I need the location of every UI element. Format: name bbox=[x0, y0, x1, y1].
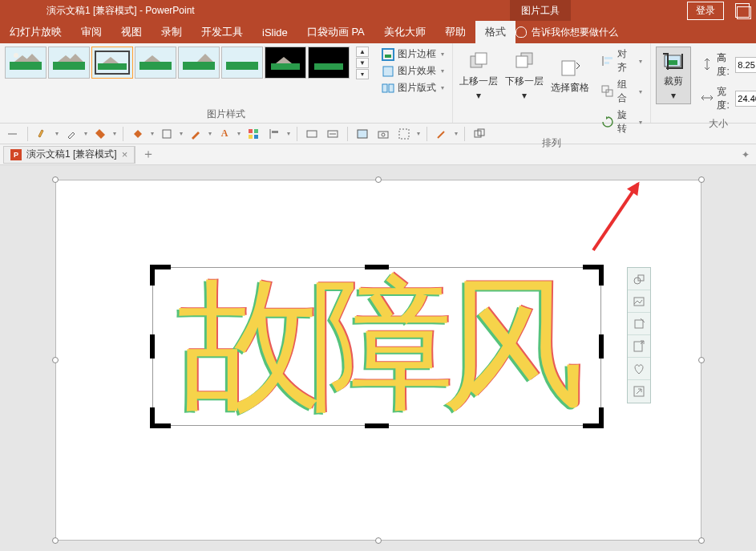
duplicate-icon[interactable] bbox=[471, 126, 487, 142]
crop-handle[interactable] bbox=[365, 265, 389, 269]
width-input[interactable] bbox=[735, 91, 756, 107]
crop-handle[interactable] bbox=[150, 407, 171, 428]
panel-shape-icon[interactable] bbox=[628, 268, 650, 290]
crop-handle[interactable] bbox=[583, 265, 604, 286]
gallery-more-icon[interactable]: ▾ bbox=[356, 69, 369, 79]
svg-rect-14 bbox=[389, 84, 394, 92]
svg-rect-6 bbox=[183, 62, 215, 70]
panel-crop-icon[interactable] bbox=[628, 313, 650, 335]
tab-help[interactable]: 帮助 bbox=[435, 21, 475, 43]
window-restore-icon[interactable] bbox=[735, 3, 750, 18]
camera-icon[interactable] bbox=[375, 126, 391, 142]
crop-handle[interactable] bbox=[150, 265, 171, 286]
slide-handle[interactable] bbox=[52, 357, 59, 363]
close-tab-icon[interactable]: × bbox=[122, 148, 128, 160]
add-tab-button[interactable]: ＋ bbox=[142, 146, 155, 163]
picture-quick-panel bbox=[627, 267, 651, 403]
panel-image-icon[interactable] bbox=[628, 290, 650, 313]
tab-developer[interactable]: 开发工具 bbox=[192, 21, 253, 43]
swatches-icon[interactable] bbox=[245, 126, 261, 142]
outline-icon[interactable] bbox=[159, 126, 175, 142]
style-thumb-2[interactable] bbox=[48, 47, 90, 79]
pen-icon[interactable] bbox=[188, 126, 204, 142]
textbox2-icon[interactable] bbox=[325, 126, 341, 142]
font-color-a-icon[interactable]: A bbox=[216, 126, 232, 142]
tellme-placeholder[interactable]: 告诉我你想要做什么 bbox=[532, 26, 618, 39]
tab-slideshow[interactable]: 幻灯片放映 bbox=[0, 21, 71, 43]
eyedropper-icon[interactable] bbox=[63, 126, 79, 142]
svg-rect-0 bbox=[10, 62, 42, 70]
width-icon bbox=[701, 91, 714, 107]
crop-button[interactable]: 裁剪▾ bbox=[656, 47, 691, 104]
fill-icon[interactable] bbox=[130, 126, 146, 142]
tab-review[interactable]: 审阅 bbox=[71, 21, 111, 43]
align-left-icon[interactable] bbox=[5, 126, 21, 142]
picture-effects-button[interactable]: 图片效果▾ bbox=[378, 63, 447, 79]
login-button[interactable]: 登录 bbox=[687, 2, 724, 20]
rotate-button[interactable]: 旋转▾ bbox=[598, 107, 645, 136]
crop-handle[interactable] bbox=[150, 334, 155, 359]
tab-islide[interactable]: iSlide bbox=[253, 21, 297, 43]
layout-icon bbox=[382, 82, 394, 95]
tab-view[interactable]: 视图 bbox=[111, 21, 152, 43]
picture-icon[interactable] bbox=[354, 126, 370, 142]
svg-rect-4 bbox=[98, 63, 127, 70]
crop-handle[interactable] bbox=[583, 407, 604, 428]
slide-canvas[interactable]: 故障风 故障风 故障风 bbox=[55, 180, 701, 541]
tab-pocket-anim[interactable]: 口袋动画 PA bbox=[297, 21, 374, 43]
svg-rect-22 bbox=[604, 62, 609, 64]
slide-handle[interactable] bbox=[52, 176, 59, 183]
panel-expand-icon[interactable] bbox=[628, 380, 650, 403]
picture-border-button[interactable]: 图片边框▾ bbox=[378, 47, 447, 62]
style-thumb-4[interactable] bbox=[135, 47, 176, 79]
height-input[interactable] bbox=[735, 57, 756, 73]
picture-layout-button[interactable]: 图片版式▾ bbox=[378, 80, 447, 95]
align-button[interactable]: 对齐▾ bbox=[598, 47, 645, 75]
svg-rect-21 bbox=[604, 57, 612, 59]
selection-pane-button[interactable]: 选择窗格 bbox=[549, 47, 590, 104]
screenshot-icon[interactable] bbox=[396, 126, 412, 142]
style-thumb-6[interactable] bbox=[221, 47, 263, 79]
slide-handle[interactable] bbox=[375, 176, 382, 183]
border-icon bbox=[382, 48, 394, 61]
style-thumb-7[interactable] bbox=[265, 47, 306, 79]
send-backward-button[interactable]: 下移一层▾ bbox=[503, 47, 544, 104]
group-label-size: 大小 bbox=[656, 117, 756, 131]
style-thumb-5[interactable] bbox=[178, 47, 220, 79]
slide-handle[interactable] bbox=[698, 176, 705, 183]
selected-picture[interactable]: 故障风 故障风 故障风 bbox=[152, 267, 601, 426]
document-tab-1[interactable]: P 演示文稿1 [兼容模式] × bbox=[3, 146, 135, 164]
pin-icon[interactable]: ✦ bbox=[742, 149, 750, 160]
bring-forward-button[interactable]: 上移一层▾ bbox=[458, 47, 499, 104]
style-thumb-1[interactable] bbox=[5, 47, 46, 79]
tab-format[interactable]: 格式 bbox=[475, 21, 515, 43]
group-button[interactable]: 组合▾ bbox=[598, 77, 645, 106]
ribbon: ▲ ▼ ▾ 图片边框▾ 图片效果▾ 图片版式▾ 图片样式 bbox=[0, 43, 756, 124]
chevron-down-icon: ▾ bbox=[441, 51, 444, 58]
format-painter-icon[interactable] bbox=[34, 126, 51, 142]
panel-export-icon[interactable] bbox=[628, 335, 650, 358]
tab-record[interactable]: 录制 bbox=[152, 21, 192, 43]
shape-icon[interactable] bbox=[92, 126, 108, 142]
slide-handle[interactable] bbox=[375, 537, 382, 544]
align-objects-icon[interactable] bbox=[266, 126, 282, 142]
slide-handle[interactable] bbox=[52, 537, 59, 544]
textbox-icon[interactable] bbox=[304, 126, 320, 142]
height-label: 高度: bbox=[717, 51, 732, 79]
gallery-scroll[interactable]: ▲ ▼ ▾ bbox=[356, 47, 369, 79]
crop-handle[interactable] bbox=[599, 334, 604, 359]
slide-handle[interactable] bbox=[698, 537, 705, 544]
svg-rect-2 bbox=[53, 62, 85, 70]
style-thumb-8[interactable] bbox=[308, 47, 350, 79]
link-pen-icon[interactable] bbox=[434, 126, 450, 142]
panel-like-icon[interactable] bbox=[628, 358, 650, 380]
style-thumb-3-selected[interactable] bbox=[91, 47, 133, 79]
picture-styles-gallery[interactable] bbox=[5, 47, 350, 79]
slide-handle[interactable] bbox=[698, 357, 705, 363]
gallery-up-icon[interactable]: ▲ bbox=[356, 47, 369, 57]
gallery-down-icon[interactable]: ▼ bbox=[356, 58, 369, 68]
svg-rect-47 bbox=[635, 320, 643, 328]
crop-handle[interactable] bbox=[365, 423, 389, 428]
tab-beautify[interactable]: 美化大师 bbox=[374, 21, 435, 43]
svg-rect-39 bbox=[378, 132, 388, 138]
